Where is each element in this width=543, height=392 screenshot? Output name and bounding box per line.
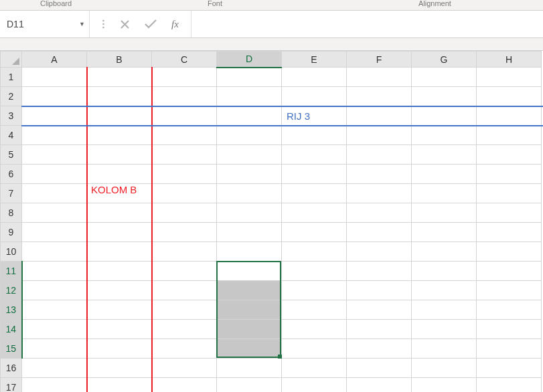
cell-E7[interactable] <box>282 184 347 203</box>
cell-B17[interactable] <box>87 378 152 393</box>
cell-D4[interactable] <box>217 126 282 145</box>
cell-B7[interactable] <box>87 184 152 203</box>
name-box-input[interactable] <box>0 16 89 32</box>
cell-C2[interactable] <box>152 87 217 106</box>
cell-D11[interactable] <box>217 262 282 281</box>
cell-F4[interactable] <box>347 126 412 145</box>
cell-D13[interactable] <box>217 300 282 320</box>
cell-B14[interactable] <box>87 320 152 339</box>
cell-B15[interactable] <box>87 339 152 359</box>
cell-E15[interactable] <box>282 339 347 359</box>
cell-H4[interactable] <box>477 126 542 145</box>
cell-C5[interactable] <box>152 145 217 165</box>
cell-A15[interactable] <box>22 339 87 359</box>
cell-G14[interactable] <box>412 320 477 339</box>
row-head-7[interactable]: 7 <box>1 184 22 203</box>
cell-G16[interactable] <box>412 359 477 378</box>
cell-F1[interactable] <box>347 68 412 87</box>
cell-D17[interactable] <box>217 378 282 393</box>
cell-E2[interactable] <box>282 87 347 106</box>
col-head-B[interactable]: B <box>87 52 152 68</box>
cell-H16[interactable] <box>477 359 542 378</box>
row-head-12[interactable]: 12 <box>1 281 22 300</box>
cell-C10[interactable] <box>152 242 217 262</box>
cell-G11[interactable] <box>412 262 477 281</box>
cell-C4[interactable] <box>152 126 217 145</box>
cell-C11[interactable] <box>152 262 217 281</box>
cell-H14[interactable] <box>477 320 542 339</box>
cell-H9[interactable] <box>477 223 542 242</box>
cell-A5[interactable] <box>22 145 87 165</box>
cell-H8[interactable] <box>477 203 542 223</box>
col-head-G[interactable]: G <box>412 52 477 68</box>
cell-H3[interactable] <box>477 106 542 126</box>
row-head-11[interactable]: 11 <box>1 262 22 281</box>
col-head-E[interactable]: E <box>282 52 347 68</box>
cell-C17[interactable] <box>152 378 217 393</box>
cell-F11[interactable] <box>347 262 412 281</box>
row-head-5[interactable]: 5 <box>1 145 22 165</box>
cell-A10[interactable] <box>22 242 87 262</box>
cell-H1[interactable] <box>477 68 542 87</box>
col-head-C[interactable]: C <box>152 52 217 68</box>
cell-G1[interactable] <box>412 68 477 87</box>
cell-C7[interactable] <box>152 184 217 203</box>
cell-C15[interactable] <box>152 339 217 359</box>
cell-A1[interactable] <box>22 68 87 87</box>
cell-F9[interactable] <box>347 223 412 242</box>
cell-A2[interactable] <box>22 87 87 106</box>
cell-D3[interactable] <box>217 106 282 126</box>
cell-G9[interactable] <box>412 223 477 242</box>
cell-E6[interactable] <box>282 165 347 184</box>
cell-E12[interactable] <box>282 281 347 300</box>
cell-E5[interactable] <box>282 145 347 165</box>
cell-H11[interactable] <box>477 262 542 281</box>
cell-D14[interactable] <box>217 320 282 339</box>
cell-B2[interactable] <box>87 87 152 106</box>
cell-F10[interactable] <box>347 242 412 262</box>
row-head-14[interactable]: 14 <box>1 320 22 339</box>
cell-B13[interactable] <box>87 300 152 320</box>
cell-G2[interactable] <box>412 87 477 106</box>
cell-H15[interactable] <box>477 339 542 359</box>
cell-B9[interactable] <box>87 223 152 242</box>
cell-B1[interactable] <box>87 68 152 87</box>
cell-G15[interactable] <box>412 339 477 359</box>
cell-B16[interactable] <box>87 359 152 378</box>
cell-F15[interactable] <box>347 339 412 359</box>
cell-G17[interactable] <box>412 378 477 393</box>
cell-B8[interactable] <box>87 203 152 223</box>
cell-C12[interactable] <box>152 281 217 300</box>
fx-icon[interactable]: fx <box>171 19 179 30</box>
cell-E4[interactable] <box>282 126 347 145</box>
cell-F6[interactable] <box>347 165 412 184</box>
cell-D15[interactable] <box>217 339 282 359</box>
enter-icon[interactable] <box>145 19 157 29</box>
cell-A7[interactable] <box>22 184 87 203</box>
cell-D16[interactable] <box>217 359 282 378</box>
cell-F12[interactable] <box>347 281 412 300</box>
cell-H13[interactable] <box>477 300 542 320</box>
cell-F14[interactable] <box>347 320 412 339</box>
cell-D2[interactable] <box>217 87 282 106</box>
cell-B10[interactable] <box>87 242 152 262</box>
cell-E13[interactable] <box>282 300 347 320</box>
cell-A3[interactable] <box>22 106 87 126</box>
name-box[interactable]: ▼ <box>0 11 90 37</box>
cell-D7[interactable] <box>217 184 282 203</box>
cell-A8[interactable] <box>22 203 87 223</box>
formula-input[interactable] <box>191 11 543 37</box>
cell-C9[interactable] <box>152 223 217 242</box>
cell-A6[interactable] <box>22 165 87 184</box>
cell-F16[interactable] <box>347 359 412 378</box>
cell-G12[interactable] <box>412 281 477 300</box>
cell-F13[interactable] <box>347 300 412 320</box>
cell-G3[interactable] <box>412 106 477 126</box>
cell-E9[interactable] <box>282 223 347 242</box>
row-head-6[interactable]: 6 <box>1 165 22 184</box>
cell-E1[interactable] <box>282 68 347 87</box>
cell-C8[interactable] <box>152 203 217 223</box>
cell-F2[interactable] <box>347 87 412 106</box>
cell-A9[interactable] <box>22 223 87 242</box>
cell-H2[interactable] <box>477 87 542 106</box>
